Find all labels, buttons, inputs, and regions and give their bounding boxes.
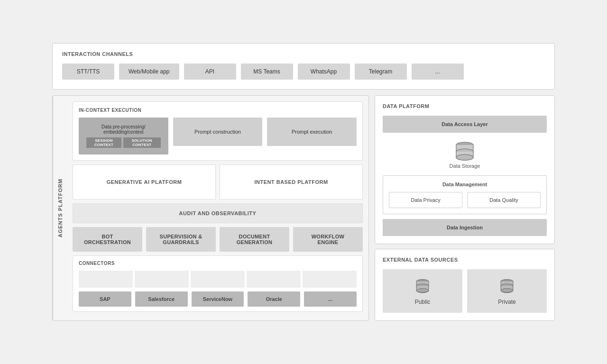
prompt-execution-card: Prompt execution: [267, 118, 357, 146]
connector-salesforce[interactable]: Salesforce: [135, 291, 188, 307]
bot-orchestration-box: BOT ORCHESTRATION: [73, 227, 142, 252]
services-row: BOT ORCHESTRATION SUPERVISION & GUARDRAI…: [73, 227, 363, 252]
data-storage-label: Data Storage: [450, 163, 480, 169]
bottom-row: AGENTS PLATFORM IN-CONTEXT EXECUTION Dat…: [52, 95, 555, 321]
logo-slot-1: [79, 271, 133, 288]
agents-platform-label: AGENTS PLATFORM: [53, 96, 67, 320]
data-storage-area: Data Storage: [383, 139, 547, 169]
data-management-box: Data Management Data Privacy Data Qualit…: [383, 175, 547, 214]
ext-source-private-label: Private: [498, 299, 515, 305]
logo-slot-4: [247, 271, 301, 288]
data-management-row: Data Privacy Data Quality: [389, 192, 541, 208]
interaction-channels-title: INTERACTION CHANNELS: [62, 51, 545, 57]
main-wrapper: INTERACTION CHANNELS STT/TTS Web/Mobile …: [52, 43, 555, 321]
data-privacy-btn[interactable]: Data Privacy: [389, 192, 462, 208]
agents-platform-wrapper: AGENTS PLATFORM IN-CONTEXT EXECUTION Dat…: [52, 95, 369, 321]
session-context-badge: SESSION CONTEXT: [86, 137, 121, 148]
channel-web-mobile[interactable]: Web/Mobile app: [119, 64, 179, 80]
document-generation-box: DOCUMENT GENERATION: [220, 227, 289, 252]
logo-slot-3: [191, 271, 245, 288]
intent-based-platform: INTENT BASED PLATFORM: [220, 164, 363, 200]
ext-source-public: Public: [383, 269, 462, 313]
connectors-title: CONNECTORS: [79, 261, 357, 266]
ext-source-public-label: Public: [415, 299, 431, 305]
prompt-construction-card: Prompt construction: [173, 118, 263, 146]
data-quality-btn[interactable]: Data Quality: [467, 192, 541, 208]
workflow-engine-box: WORKFLOW ENGINE: [293, 227, 363, 252]
channel-api[interactable]: API: [184, 64, 236, 80]
connector-more[interactable]: ...: [304, 291, 357, 307]
data-preprocessing-label: Data pre-processing/ embedding/context: [86, 124, 161, 135]
channel-stt-tts[interactable]: STT/TTS: [62, 64, 114, 80]
solution-context-badge: SOLUTION CONTEXT: [123, 137, 161, 148]
db-private-icon: [497, 277, 516, 296]
data-ingestion: Data Ingestion: [383, 219, 547, 236]
platform-row: GENERATIVE AI PLATFORM INTENT BASED PLAT…: [73, 164, 363, 200]
data-access-layer: Data Access Layer: [383, 116, 547, 133]
data-platform-title: DATA PLATFORM: [383, 103, 547, 109]
external-sources-title: EXTERNAL DATA SOURCES: [383, 257, 547, 263]
ext-source-private: Private: [467, 269, 547, 313]
channels-row: STT/TTS Web/Mobile app API MS Teams What…: [62, 64, 545, 80]
connector-oracle[interactable]: Oracle: [248, 291, 300, 307]
db-public-icon: [413, 277, 432, 296]
svg-point-5: [416, 289, 429, 292]
in-context-section: IN-CONTEXT EXECUTION Data pre-processing…: [73, 101, 363, 161]
svg-point-2: [456, 155, 473, 160]
logo-slot-2: [135, 271, 189, 288]
interaction-channels-section: INTERACTION CHANNELS STT/TTS Web/Mobile …: [52, 43, 555, 90]
channel-ms-teams[interactable]: MS Teams: [241, 64, 293, 80]
data-management-title: Data Management: [389, 182, 541, 187]
connectors-row: SAP Salesforce ServiceNow Oracle ...: [79, 291, 357, 307]
in-context-title: IN-CONTEXT EXECUTION: [79, 108, 357, 113]
supervision-guardrails-box: SUPERVISION & GUARDRAILS: [146, 227, 216, 252]
ext-sources-row: Public Private: [383, 269, 547, 313]
data-preprocessing-card: Data pre-processing/ embedding/context S…: [79, 118, 168, 155]
connectors-logos: [79, 271, 357, 288]
data-platform-section: DATA PLATFORM Data Access Layer Data Sto…: [375, 95, 555, 244]
channel-more[interactable]: ...: [412, 64, 464, 80]
connectors-section: CONNECTORS SAP Salesforce ServiceNow Ora…: [73, 255, 363, 312]
right-column: DATA PLATFORM Data Access Layer Data Sto…: [375, 95, 555, 321]
external-sources-section: EXTERNAL DATA SOURCES Public: [375, 249, 555, 321]
audit-box: AUDIT AND OBSERVABILITY: [73, 203, 363, 223]
in-context-cards: Data pre-processing/ embedding/context S…: [79, 118, 357, 155]
context-badges: SESSION CONTEXT SOLUTION CONTEXT: [86, 137, 161, 148]
connector-sap[interactable]: SAP: [79, 291, 131, 307]
prompt-construction-label: Prompt construction: [194, 129, 241, 135]
channel-whatsapp[interactable]: WhatsApp: [298, 64, 350, 80]
logo-slot-5: [303, 271, 357, 288]
prompt-execution-label: Prompt execution: [292, 129, 332, 135]
connector-servicenow[interactable]: ServiceNow: [192, 291, 244, 307]
generative-ai-platform: GENERATIVE AI PLATFORM: [73, 164, 216, 200]
svg-point-8: [501, 289, 513, 292]
channel-telegram[interactable]: Telegram: [355, 64, 407, 80]
db-storage-icon: [453, 139, 477, 163]
agents-content: IN-CONTEXT EXECUTION Data pre-processing…: [67, 96, 368, 320]
